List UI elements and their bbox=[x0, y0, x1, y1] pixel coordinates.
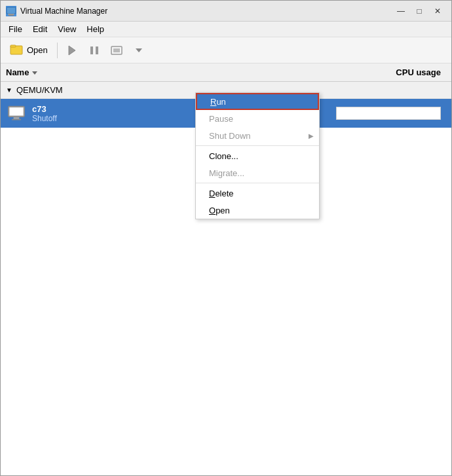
run-toolbar-button[interactable] bbox=[62, 41, 83, 60]
menu-help[interactable]: Help bbox=[81, 23, 109, 35]
vm-list-area: Name CPU usage ▼ QEMU/KVM bbox=[1, 64, 451, 475]
pause-toolbar-button[interactable] bbox=[84, 41, 105, 60]
cpu-column-header: CPU usage bbox=[341, 67, 446, 77]
context-menu-delete[interactable]: Delete bbox=[196, 185, 319, 202]
svg-rect-1 bbox=[9, 14, 14, 16]
svg-rect-4 bbox=[10, 45, 16, 47]
sort-arrow-icon bbox=[31, 69, 38, 76]
window-title: Virtual Machine Manager bbox=[20, 7, 392, 16]
toolbar: Open bbox=[1, 37, 451, 64]
context-menu-migrate: Migrate... bbox=[196, 164, 319, 181]
menu-view[interactable]: View bbox=[52, 23, 81, 35]
pause-label: Pause bbox=[209, 114, 233, 124]
name-header-label: Name bbox=[6, 67, 29, 77]
context-menu-pause: Pause bbox=[196, 110, 319, 127]
vm-monitor-icon bbox=[6, 103, 27, 124]
context-menu-separator-2 bbox=[196, 183, 319, 183]
title-bar: Virtual Machine Manager — □ ✕ bbox=[1, 1, 451, 22]
context-menu: Run Pause Shut Down ▶ Clone... Migrate..… bbox=[195, 92, 320, 219]
delete-label: Delete bbox=[209, 189, 234, 198]
context-menu-shutdown: Shut Down ▶ bbox=[196, 127, 319, 144]
svg-rect-0 bbox=[7, 7, 16, 14]
menu-edit[interactable]: Edit bbox=[28, 23, 52, 35]
open-label: Open bbox=[209, 206, 230, 215]
window-controls: — □ ✕ bbox=[392, 4, 446, 18]
svg-rect-7 bbox=[96, 46, 98, 54]
snapshot-toolbar-button[interactable] bbox=[106, 41, 127, 60]
svg-rect-14 bbox=[14, 117, 20, 119]
svg-rect-2 bbox=[8, 14, 14, 14]
dropdown-toolbar-button[interactable] bbox=[128, 41, 149, 60]
context-menu-open[interactable]: Open bbox=[196, 202, 319, 219]
svg-rect-15 bbox=[12, 119, 21, 120]
minimize-button[interactable]: — bbox=[392, 4, 409, 18]
context-menu-clone[interactable]: Clone... bbox=[196, 147, 319, 164]
svg-rect-13 bbox=[10, 107, 24, 115]
vm-cpu-usage-bar bbox=[336, 107, 441, 120]
svg-rect-6 bbox=[90, 46, 93, 54]
close-button[interactable]: ✕ bbox=[429, 4, 446, 18]
svg-rect-9 bbox=[113, 48, 120, 52]
run-label: Run bbox=[210, 97, 226, 107]
shutdown-label: Shut Down bbox=[209, 131, 251, 141]
main-window: Virtual Machine Manager — □ ✕ File Edit … bbox=[0, 0, 452, 476]
folder-icon bbox=[10, 43, 23, 58]
group-expand-icon: ▼ bbox=[6, 86, 12, 94]
svg-marker-5 bbox=[69, 46, 75, 55]
maximize-button[interactable]: □ bbox=[411, 4, 428, 18]
toolbar-separator bbox=[57, 43, 58, 58]
app-icon bbox=[6, 6, 16, 16]
context-menu-separator-1 bbox=[196, 145, 319, 146]
open-toolbar-button[interactable]: Open bbox=[5, 41, 53, 60]
name-column-header: Name bbox=[6, 67, 341, 77]
svg-marker-11 bbox=[32, 71, 37, 75]
svg-marker-10 bbox=[136, 48, 142, 52]
context-menu-run[interactable]: Run bbox=[196, 93, 319, 110]
group-label: QEMU/KVM bbox=[16, 85, 63, 95]
menu-file[interactable]: File bbox=[3, 23, 28, 35]
open-label: Open bbox=[27, 45, 48, 55]
menu-bar: File Edit View Help bbox=[1, 22, 451, 37]
list-header: Name CPU usage bbox=[1, 64, 451, 82]
shutdown-submenu-arrow-icon: ▶ bbox=[309, 132, 314, 139]
clone-label: Clone... bbox=[209, 151, 238, 161]
migrate-label: Migrate... bbox=[209, 168, 244, 178]
